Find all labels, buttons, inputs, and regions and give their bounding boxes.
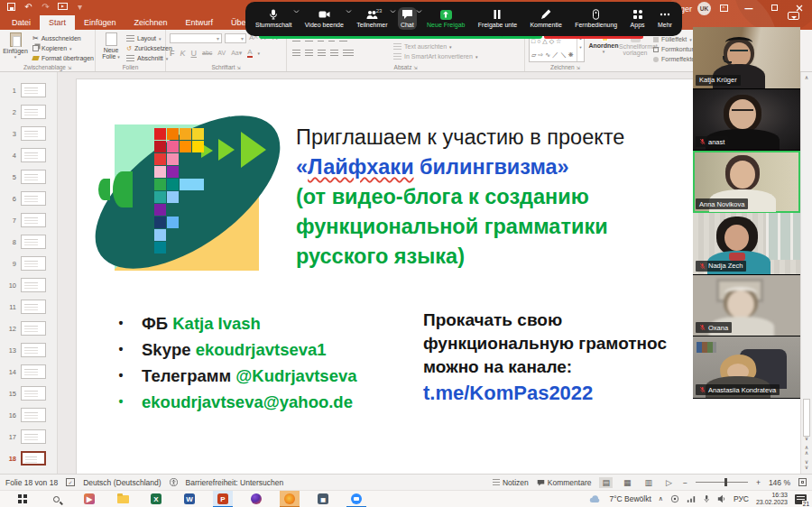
- slide-thumbnail[interactable]: 10: [0, 274, 57, 296]
- slide-thumbnail[interactable]: 13: [0, 339, 57, 361]
- zoom-in-icon[interactable]: +: [756, 478, 761, 487]
- taskbar-powerpoint-icon[interactable]: P: [213, 491, 233, 507]
- slide-thumbnail[interactable]: 4: [0, 144, 57, 166]
- columns-icon[interactable]: [343, 50, 354, 56]
- notes-button[interactable]: Notizen: [493, 478, 529, 487]
- slide-thumbnail[interactable]: 5: [0, 166, 57, 188]
- change-case-button[interactable]: Aa▾: [231, 50, 242, 57]
- slide-thumbnail[interactable]: 15: [0, 383, 57, 404]
- new-slide-button[interactable]: NeueFolie ▾: [97, 32, 125, 60]
- language-status[interactable]: Deutsch (Deutschland): [83, 478, 161, 487]
- video-tile-anna[interactable]: Anna Novikova: [693, 151, 800, 213]
- slide-thumbnail[interactable]: 8: [0, 231, 57, 253]
- participants-button[interactable]: 23 Teilnehmer: [354, 7, 390, 30]
- telegram-channel-link[interactable]: t.me/KomPas2022: [423, 382, 667, 405]
- slide-thumbnail-preview[interactable]: [21, 429, 46, 444]
- italic-button[interactable]: K: [180, 49, 186, 58]
- remote-control-button[interactable]: Fernbedienung: [572, 7, 620, 30]
- slide-thumbnail-preview[interactable]: [21, 300, 46, 314]
- slide-thumbnail-preview[interactable]: [21, 191, 46, 206]
- slide-sorter-view-icon[interactable]: ▦: [621, 477, 634, 488]
- taskbar-file-explorer-icon[interactable]: [113, 491, 133, 507]
- video-tile-katja[interactable]: Katja Krüger: [693, 27, 800, 89]
- spellcheck-icon[interactable]: ✓: [66, 478, 75, 486]
- char-spacing-button[interactable]: AV: [217, 50, 226, 56]
- taskbar-zoom-app-icon[interactable]: [346, 491, 366, 507]
- slide-thumbnail[interactable]: 9: [0, 253, 57, 274]
- pause-share-button[interactable]: Freigabe unte: [475, 7, 520, 30]
- slide-thumbnail-preview[interactable]: [21, 213, 46, 227]
- underline-button[interactable]: U: [191, 49, 198, 58]
- video-tile-oxana[interactable]: Oxana: [693, 275, 800, 337]
- next-slide-icon[interactable]: ∨∨: [801, 459, 812, 470]
- weather-cloud-icon[interactable]: [589, 495, 602, 503]
- redo-icon[interactable]: ↷: [41, 2, 51, 12]
- zoom-level[interactable]: 146 %: [769, 478, 790, 487]
- align-center-icon[interactable]: [305, 50, 313, 56]
- align-right-icon[interactable]: [318, 50, 326, 56]
- taskbar-search-icon[interactable]: [46, 491, 66, 507]
- tray-expand-icon[interactable]: ∧: [659, 495, 663, 502]
- zoom-out-icon[interactable]: −: [683, 478, 687, 487]
- align-text-button[interactable]: Text ausrichten▾: [393, 41, 477, 51]
- taskbar-calculator-icon[interactable]: ▦: [313, 491, 333, 507]
- slide-thumbnail[interactable]: 3: [0, 123, 57, 144]
- slide-thumbnail-preview[interactable]: [21, 343, 46, 357]
- slide-thumbnail-preview[interactable]: [21, 278, 46, 292]
- slide-thumbnail[interactable]: 1: [0, 79, 57, 101]
- slide-thumbnail-preview[interactable]: [21, 451, 46, 466]
- font-name-combo[interactable]: ▾: [170, 33, 222, 43]
- tab-entwurf[interactable]: Entwurf: [177, 15, 223, 30]
- tab-zeichnen[interactable]: Zeichnen: [125, 15, 177, 30]
- slide-thumbnail[interactable]: 17: [0, 426, 57, 447]
- taskbar-word-icon[interactable]: W: [180, 491, 199, 507]
- paste-button[interactable]: Einfügen▾: [2, 32, 29, 60]
- slide-thumbnail-preview[interactable]: [21, 148, 46, 162]
- slide-scrollbar[interactable]: ∧ ∨ ∧∧ ∨∨: [800, 72, 812, 474]
- taskbar-media-app-icon[interactable]: ▶: [79, 491, 99, 507]
- video-tile-nadja[interactable]: Nadja Zech: [693, 213, 800, 275]
- weather-status[interactable]: 7°C Bewölkt: [609, 494, 651, 503]
- ribbon-display-options-icon[interactable]: ^: [711, 0, 736, 15]
- slide-thumbnail[interactable]: 11: [0, 296, 57, 318]
- undo-icon[interactable]: ↶: [23, 2, 33, 12]
- minimize-icon[interactable]: –: [736, 0, 761, 15]
- slideshow-icon[interactable]: [58, 2, 68, 12]
- video-tile-anast[interactable]: anast: [693, 89, 800, 152]
- taskbar-firefox-icon[interactable]: [280, 491, 300, 507]
- chat-button[interactable]: Chat: [398, 7, 417, 30]
- notification-center-icon[interactable]: 21: [795, 494, 807, 504]
- slide-thumbnail-preview[interactable]: [21, 386, 46, 401]
- accessibility-status[interactable]: Barrierefreiheit: Untersuchen: [186, 478, 284, 487]
- keyboard-layout[interactable]: РУС: [734, 494, 749, 503]
- slide-thumbnail-preview[interactable]: [21, 170, 46, 184]
- slide-thumbnail-preview[interactable]: [21, 364, 46, 379]
- slide-thumbnail[interactable]: 18: [0, 447, 57, 469]
- align-left-icon[interactable]: [292, 50, 300, 56]
- network-icon[interactable]: [687, 495, 696, 503]
- slide-thumbnail[interactable]: 12: [0, 318, 57, 339]
- bold-button[interactable]: F: [170, 49, 175, 58]
- scrollbar-thumb[interactable]: [803, 399, 810, 437]
- smartart-button[interactable]: In SmartArt konvertieren▾: [393, 51, 477, 61]
- reading-view-icon[interactable]: ▥: [642, 477, 656, 488]
- customize-quick-access-icon[interactable]: ▾: [75, 2, 85, 12]
- more-button[interactable]: Mehr: [655, 7, 675, 30]
- font-size-combo[interactable]: ▾: [225, 33, 246, 43]
- slide-thumbnail-preview[interactable]: [21, 126, 46, 141]
- normal-view-icon[interactable]: ▤: [599, 477, 613, 488]
- clock[interactable]: 16:3323.02.2023: [756, 492, 788, 506]
- slide-thumbnail[interactable]: 2: [0, 101, 57, 123]
- video-tile-anastasiia[interactable]: Anastasiia Kondrateva: [693, 336, 800, 399]
- justify-icon[interactable]: [330, 50, 338, 56]
- stop-video-button[interactable]: Video beende: [302, 7, 346, 30]
- apps-button[interactable]: Apps: [628, 7, 648, 30]
- taskbar-excel-icon[interactable]: X: [146, 491, 166, 507]
- tab-start[interactable]: Start: [40, 15, 75, 30]
- zoom-slider[interactable]: [696, 482, 748, 483]
- cut-button[interactable]: ✂Ausschneiden: [32, 33, 94, 43]
- new-share-button[interactable]: Neue Freigab: [424, 8, 467, 30]
- tab-datei[interactable]: Datei: [3, 15, 40, 30]
- slide-thumbnail-preview[interactable]: [21, 321, 46, 336]
- tray-app-icon[interactable]: [670, 494, 679, 503]
